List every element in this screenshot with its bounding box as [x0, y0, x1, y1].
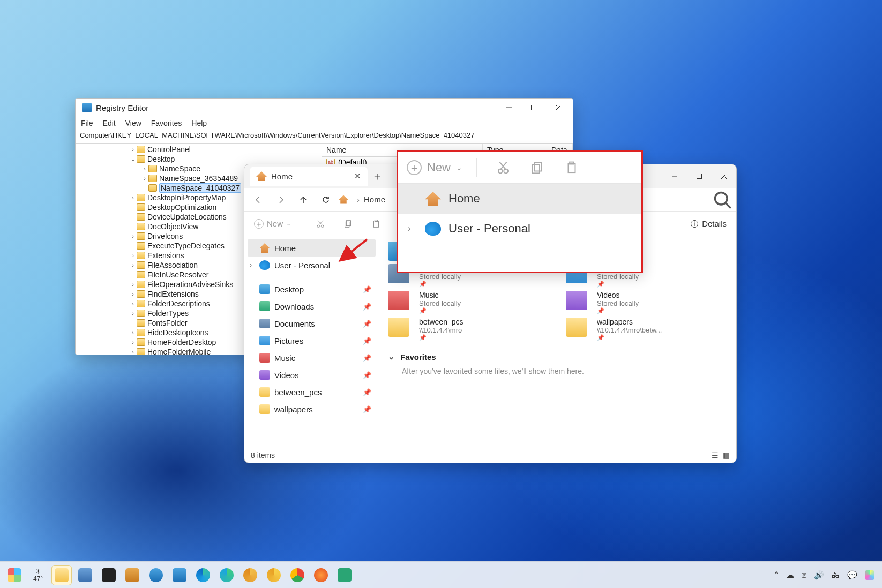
- sidebar-item-between_pcs[interactable]: between_pcs📌: [248, 383, 376, 401]
- sidebar-item-onedrive[interactable]: › User - Personal: [248, 257, 376, 274]
- regedit-menubar[interactable]: File Edit View Favorites Help: [76, 117, 573, 130]
- menu-edit[interactable]: Edit: [103, 119, 116, 127]
- tab-close-button[interactable]: ✕: [354, 171, 361, 181]
- tree-node[interactable]: FolderDescriptions: [147, 299, 210, 308]
- paste-button[interactable]: [559, 157, 584, 178]
- cut-button[interactable]: [491, 157, 515, 178]
- tree-node[interactable]: Extensions: [147, 251, 184, 260]
- taskbar-app[interactable]: [146, 565, 166, 585]
- pin-icon[interactable]: 📌: [363, 354, 371, 362]
- taskbar-chrome[interactable]: [287, 565, 308, 585]
- details-view-button[interactable]: ☰: [712, 451, 719, 459]
- regedit-address-bar[interactable]: Computer\HKEY_LOCAL_MACHINE\SOFTWARE\Mic…: [76, 130, 573, 144]
- onedrive-tray-icon[interactable]: ☁: [786, 570, 794, 580]
- pin-icon[interactable]: 📌: [363, 371, 371, 379]
- tree-node[interactable]: ControlPanel: [147, 145, 191, 154]
- tree-node[interactable]: DriveIcons: [147, 232, 183, 240]
- sidebar-item-onedrive[interactable]: › User - Personal: [398, 214, 641, 244]
- minimize-button[interactable]: [662, 167, 687, 186]
- tree-node[interactable]: FileAssociation: [147, 261, 198, 269]
- tree-node[interactable]: ExecuteTypeDelegates: [147, 242, 225, 250]
- new-tab-button[interactable]: ＋: [368, 167, 387, 186]
- taskbar-app[interactable]: [169, 565, 190, 585]
- pin-icon[interactable]: 📌: [363, 337, 371, 345]
- volume-icon[interactable]: 🔊: [814, 570, 824, 580]
- content-item[interactable]: MusicStored locally📌: [388, 291, 550, 314]
- taskbar-terminal[interactable]: [99, 565, 119, 585]
- copy-button[interactable]: [525, 157, 550, 178]
- tree-node[interactable]: HomeFolderDesktop: [147, 338, 216, 346]
- chevron-down-icon[interactable]: ⌄: [388, 352, 395, 361]
- nav-up-button[interactable]: [294, 190, 313, 209]
- search-button[interactable]: [713, 190, 732, 209]
- network-icon[interactable]: 🖧: [832, 570, 840, 579]
- sidebar-item-wallpapers[interactable]: wallpapers📌: [248, 401, 376, 418]
- taskbar-app[interactable]: [122, 565, 143, 585]
- regedit-titlebar[interactable]: Registry Editor: [76, 99, 573, 117]
- sidebar-item-downloads[interactable]: Downloads📌: [248, 298, 376, 315]
- details-button[interactable]: Details: [686, 219, 731, 228]
- content-item[interactable]: between_pcs\\10.1.4.4\mro📌: [388, 318, 550, 341]
- taskbar[interactable]: ☀47° ˄ ☁ ⎚ 🔊 🖧 💬: [0, 561, 882, 588]
- tree-node[interactable]: FolderTypes: [147, 309, 189, 318]
- maximize-button[interactable]: [521, 100, 546, 116]
- tree-node[interactable]: DesktopOptimization: [147, 203, 216, 212]
- close-button[interactable]: [712, 167, 736, 186]
- start-button[interactable]: [4, 565, 25, 585]
- taskbar-firefox[interactable]: [311, 565, 331, 585]
- close-button[interactable]: [546, 100, 571, 116]
- paste-button[interactable]: [364, 214, 388, 233]
- tree-node[interactable]: FileOperationAdviseSinks: [147, 280, 233, 289]
- sidebar-item-home[interactable]: Home: [398, 184, 641, 214]
- tree-node[interactable]: HomeFolderMobile: [147, 348, 211, 355]
- taskbar-edge[interactable]: [193, 565, 213, 585]
- favorites-heading[interactable]: ⌄ Favorites: [388, 352, 728, 361]
- notifications-icon[interactable]: 💬: [847, 570, 857, 580]
- menu-help[interactable]: Help: [191, 119, 207, 127]
- cut-button[interactable]: [309, 214, 332, 233]
- pin-icon[interactable]: 📌: [363, 388, 371, 396]
- pin-icon[interactable]: 📌: [363, 320, 371, 328]
- tree-node[interactable]: DeviceUpdateLocations: [147, 213, 227, 221]
- tree-node[interactable]: FileInUseResolver: [147, 270, 208, 279]
- tree-node[interactable]: HideDesktopIcons: [147, 328, 208, 337]
- sidebar-item-videos[interactable]: Videos📌: [248, 366, 376, 383]
- weather-widget[interactable]: ☀47°: [28, 565, 48, 585]
- taskbar-edge-canary[interactable]: [216, 565, 237, 585]
- tray-icon[interactable]: ⎚: [802, 570, 806, 579]
- tree-node-desktop[interactable]: Desktop: [147, 155, 175, 163]
- tree-node[interactable]: FindExtensions: [147, 290, 199, 298]
- taskbar-settings[interactable]: [75, 565, 95, 585]
- copy-button[interactable]: [337, 214, 360, 233]
- new-button[interactable]: ＋ New ⌄: [250, 219, 295, 229]
- breadcrumb[interactable]: › Home: [339, 195, 385, 204]
- taskbar-edge-dev[interactable]: [240, 565, 260, 585]
- pin-icon[interactable]: 📌: [363, 405, 371, 413]
- menu-file[interactable]: File: [81, 119, 93, 127]
- tree-node[interactable]: DesktopIniPropertyMap: [147, 193, 226, 202]
- chevron-right-icon[interactable]: ›: [250, 261, 252, 269]
- sidebar-item-home[interactable]: Home: [248, 239, 376, 257]
- content-item[interactable]: VideosStored locally📌: [566, 291, 728, 314]
- system-tray[interactable]: ˄ ☁ ⎚ 🔊 🖧 💬: [774, 570, 878, 580]
- taskbar-app[interactable]: [334, 565, 355, 585]
- sidebar-item-documents[interactable]: Documents📌: [248, 315, 376, 332]
- nav-back-button[interactable]: [249, 190, 268, 209]
- tray-overflow-button[interactable]: ˄: [774, 570, 779, 580]
- sidebar-item-pictures[interactable]: Pictures📌: [248, 332, 376, 349]
- sidebar-item-music[interactable]: Music📌: [248, 349, 376, 366]
- explorer-sidebar[interactable]: Home › User - Personal Desktop📌Downloads…: [244, 236, 379, 447]
- thumbnails-view-button[interactable]: ▦: [723, 451, 730, 459]
- tray-app-icon[interactable]: [865, 570, 874, 580]
- new-button[interactable]: ＋ New ⌄: [407, 160, 462, 175]
- menu-favorites[interactable]: Favorites: [151, 119, 182, 127]
- nav-forward-button[interactable]: [271, 190, 290, 209]
- explorer-tab-home[interactable]: Home ✕: [250, 167, 368, 186]
- tree-node[interactable]: FontsFolder: [147, 319, 188, 327]
- tree-node[interactable]: NameSpace: [159, 164, 200, 173]
- tree-node[interactable]: DocObjectView: [147, 222, 198, 231]
- minimize-button[interactable]: [497, 100, 521, 116]
- pin-icon[interactable]: 📌: [363, 303, 371, 311]
- taskbar-chrome-canary[interactable]: [264, 565, 284, 585]
- content-item[interactable]: wallpapers\\10.1.4.4\mro\betw...📌: [566, 318, 728, 341]
